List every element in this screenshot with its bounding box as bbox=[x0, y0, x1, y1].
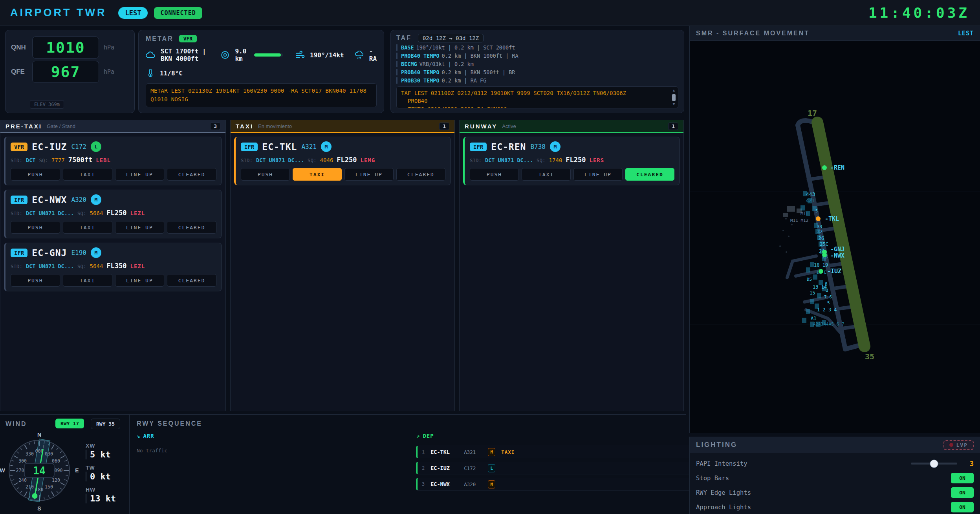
rwy-35-button[interactable]: RWY 35 bbox=[91, 419, 120, 429]
aircraft-dot[interactable] bbox=[822, 165, 827, 170]
svg-text:030: 030 bbox=[45, 451, 53, 457]
lvp-label: LVP bbox=[956, 442, 968, 448]
flight-rule-badge: VFR bbox=[11, 143, 27, 151]
callsign: EC-NWX bbox=[430, 481, 458, 487]
sequence-number: 2 bbox=[422, 465, 425, 471]
flight-strip-ec-tkl[interactable]: IFR EC-TKL A321 M SID: DCT UN871 DC... S… bbox=[234, 137, 451, 185]
taf-scrollbar[interactable]: ▲ ▼ bbox=[671, 88, 677, 107]
cleared-button[interactable]: CLEARED bbox=[167, 274, 216, 287]
aircraft-type: A321 bbox=[301, 143, 317, 150]
taf-line-text: 0.2 km | BKN 500ft | BR bbox=[442, 69, 515, 75]
qnh-value-box[interactable]: 1010 bbox=[32, 37, 99, 59]
rwy-17-button[interactable]: RWY 17 bbox=[55, 419, 84, 428]
column-count-badge: 3 bbox=[210, 123, 220, 130]
flight-strip-ec-nwx[interactable]: IFR EC-NWX A320 M SID: DCT UN871 DC... S… bbox=[4, 190, 222, 238]
cleared-button[interactable]: CLEARED bbox=[396, 168, 445, 181]
visibility-bar bbox=[254, 53, 283, 57]
push-button[interactable]: PUSH bbox=[11, 168, 60, 181]
cardinal-west: W bbox=[0, 467, 5, 474]
flight-strip-ec-gnj[interactable]: IFR EC-GNJ E190 M SID: DCT UN871 DC... S… bbox=[4, 243, 222, 291]
lvp-indicator-dot bbox=[949, 443, 953, 447]
aircraft-type: B738 bbox=[530, 143, 546, 150]
lineup-button[interactable]: LINE-UP bbox=[573, 168, 623, 181]
taxi-button-active[interactable]: TAXI bbox=[293, 168, 342, 181]
push-button[interactable]: PUSH bbox=[241, 168, 290, 181]
tailwind-value: 0 kt bbox=[86, 472, 116, 481]
aircraft-dot[interactable] bbox=[819, 269, 823, 274]
rwy-edge-lights-toggle[interactable]: ON bbox=[951, 487, 974, 498]
qfe-unit: hPa bbox=[104, 68, 114, 75]
lineup-button[interactable]: LINE-UP bbox=[115, 221, 165, 234]
approach-lights-label: Approach Lights bbox=[696, 504, 751, 511]
push-button[interactable]: PUSH bbox=[11, 274, 60, 287]
approach-lights-toggle[interactable]: ON bbox=[951, 502, 974, 512]
taf-raw-text[interactable]: TAF LEST 021100Z 0212/0312 19010KT 9999 … bbox=[396, 86, 678, 108]
qfe-value-box[interactable]: 967 bbox=[32, 61, 99, 83]
destination: LEZL bbox=[130, 210, 145, 216]
column-subtitle: Active bbox=[502, 123, 516, 129]
crosswind-label: XW bbox=[86, 443, 116, 449]
stand-label: 25C bbox=[820, 241, 828, 247]
taxi-button[interactable]: TAXI bbox=[63, 221, 112, 234]
sid-route: DCT UN871 DC... bbox=[26, 210, 74, 216]
cleared-button[interactable]: CLEARED bbox=[167, 221, 216, 234]
push-button[interactable]: PUSH bbox=[470, 168, 519, 181]
svg-text:300: 300 bbox=[18, 458, 27, 464]
flight-rule-badge: IFR bbox=[11, 196, 27, 204]
metar-raw-text: METAR LEST 021130Z 19014KT 160V230 9000 … bbox=[146, 83, 377, 107]
wind-title: WIND bbox=[5, 421, 27, 428]
wake-category-badge: M bbox=[550, 141, 561, 152]
scroll-down-icon[interactable]: ▼ bbox=[673, 102, 675, 107]
lvp-button[interactable]: LVP bbox=[943, 440, 974, 450]
scrollbar-thumb[interactable] bbox=[672, 94, 676, 101]
cleared-level: FL250 bbox=[566, 156, 586, 164]
taxi-button[interactable]: TAXI bbox=[63, 168, 112, 181]
taf-line-tag: BASE bbox=[401, 44, 414, 51]
svg-text:210: 210 bbox=[26, 484, 34, 490]
papi-intensity-label: PAPI Intensity bbox=[696, 460, 747, 467]
column-subtitle: Gate / Stand bbox=[47, 123, 75, 129]
aircraft-type: A320 bbox=[464, 481, 482, 487]
departure-row[interactable]: 3 EC-NWX A320 M bbox=[416, 478, 691, 490]
aircraft-dot[interactable] bbox=[816, 216, 821, 221]
cleared-button-active[interactable]: CLEARED bbox=[625, 168, 674, 181]
wake-category-badge: M bbox=[321, 141, 332, 152]
qfe-row: QFE 967 hPa bbox=[11, 61, 129, 83]
flight-strip-ec-ren[interactable]: IFR EC-REN B738 M SID: DCT UN871 DC... S… bbox=[463, 137, 680, 185]
wake-category-badge: L bbox=[91, 141, 101, 152]
lineup-button[interactable]: LINE-UP bbox=[115, 274, 165, 287]
aircraft-dot[interactable] bbox=[822, 252, 827, 257]
departure-row[interactable]: 1 EC-TKL A321 M TAXI bbox=[416, 446, 691, 458]
lineup-button[interactable]: LINE-UP bbox=[344, 168, 394, 181]
lineup-button[interactable]: LINE-UP bbox=[115, 168, 165, 181]
taf-title: TAF bbox=[396, 35, 412, 42]
column-count-badge: 1 bbox=[439, 123, 449, 130]
taxi-button[interactable]: TAXI bbox=[522, 168, 571, 181]
visibility-icon bbox=[220, 50, 230, 60]
squawk-label: SQ: bbox=[39, 157, 48, 163]
squawk-label: SQ: bbox=[77, 210, 86, 216]
qnh-row: QNH 1010 hPa bbox=[11, 37, 129, 59]
slider-thumb[interactable] bbox=[930, 459, 938, 468]
wake-category-badge: M bbox=[488, 480, 495, 488]
sid-route: DCT UN871 DC... bbox=[26, 263, 74, 269]
stand-label: 18 19 bbox=[814, 262, 828, 268]
push-button[interactable]: PUSH bbox=[11, 221, 60, 234]
cardinal-south: S bbox=[37, 505, 41, 512]
wind-icon bbox=[295, 50, 305, 60]
cleared-button[interactable]: CLEARED bbox=[167, 168, 216, 181]
cardinal-north: N bbox=[37, 432, 41, 438]
taxi-button[interactable]: TAXI bbox=[63, 274, 112, 287]
stop-bars-toggle[interactable]: ON bbox=[951, 473, 974, 483]
flight-strip-ec-iuz[interactable]: VFR EC-IUZ C172 L SID: DCT SQ: 7777 7500… bbox=[4, 137, 222, 185]
arrivals-label: ARR bbox=[143, 433, 154, 439]
smr-map[interactable]: 17 35 MIL 4434215M11 M1233322625C242318 … bbox=[690, 26, 980, 433]
departure-row[interactable]: 2 EC-IUZ C172 L bbox=[416, 462, 691, 474]
lighting-panel: LIGHTING LVP PAPI Intensity 3 Stop Bars … bbox=[689, 437, 980, 514]
scroll-up-icon[interactable]: ▲ bbox=[673, 88, 675, 93]
runway-column-header: RUNWAY Active 1 bbox=[460, 120, 683, 133]
sid-label: SID: bbox=[241, 157, 253, 163]
squawk-label: SQ: bbox=[537, 157, 546, 163]
papi-intensity-slider[interactable] bbox=[911, 463, 957, 465]
qnh-label: QNH bbox=[11, 44, 32, 51]
